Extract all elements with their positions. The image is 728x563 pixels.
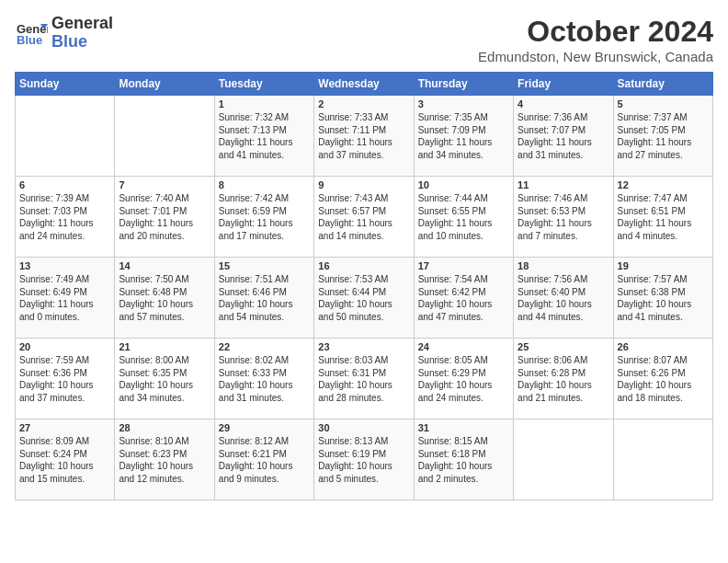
- calendar-cell: 26Sunrise: 8:07 AM Sunset: 6:26 PM Dayli…: [613, 339, 712, 419]
- calendar-cell: [613, 419, 712, 500]
- day-info: Sunrise: 8:05 AM Sunset: 6:29 PM Dayligh…: [418, 354, 509, 404]
- col-header-monday: Monday: [115, 73, 214, 96]
- col-header-wednesday: Wednesday: [314, 73, 414, 96]
- calendar-table: SundayMondayTuesdayWednesdayThursdayFrid…: [15, 72, 713, 500]
- day-number: 3: [418, 98, 509, 109]
- title-block: October 2024 Edmundston, New Brunswick, …: [478, 15, 713, 64]
- day-number: 9: [318, 179, 409, 190]
- day-info: Sunrise: 7:40 AM Sunset: 7:01 PM Dayligh…: [119, 192, 210, 242]
- day-number: 1: [219, 98, 310, 109]
- calendar-cell: 15Sunrise: 7:51 AM Sunset: 6:46 PM Dayli…: [214, 258, 313, 339]
- calendar-cell: 21Sunrise: 8:00 AM Sunset: 6:35 PM Dayli…: [115, 339, 214, 419]
- calendar-cell: 27Sunrise: 8:09 AM Sunset: 6:24 PM Dayli…: [16, 419, 115, 500]
- day-info: Sunrise: 8:00 AM Sunset: 6:35 PM Dayligh…: [119, 354, 210, 404]
- day-number: 30: [318, 422, 409, 433]
- calendar-cell: 10Sunrise: 7:44 AM Sunset: 6:55 PM Dayli…: [414, 177, 513, 258]
- day-number: 5: [618, 98, 709, 109]
- day-info: Sunrise: 7:42 AM Sunset: 6:59 PM Dayligh…: [219, 192, 310, 242]
- calendar-cell: 30Sunrise: 8:13 AM Sunset: 6:19 PM Dayli…: [314, 419, 414, 500]
- calendar-cell: 7Sunrise: 7:40 AM Sunset: 7:01 PM Daylig…: [115, 177, 214, 258]
- calendar-cell: [514, 419, 613, 500]
- day-info: Sunrise: 8:10 AM Sunset: 6:23 PM Dayligh…: [119, 435, 210, 485]
- calendar-cell: 6Sunrise: 7:39 AM Sunset: 7:03 PM Daylig…: [16, 177, 115, 258]
- day-number: 18: [518, 260, 609, 271]
- calendar-cell: [16, 96, 115, 177]
- day-number: 12: [618, 179, 709, 190]
- calendar-cell: 22Sunrise: 8:02 AM Sunset: 6:33 PM Dayli…: [214, 339, 313, 419]
- calendar-cell: 12Sunrise: 7:47 AM Sunset: 6:51 PM Dayli…: [613, 177, 712, 258]
- day-number: 6: [19, 179, 110, 190]
- col-header-friday: Friday: [514, 73, 613, 96]
- day-number: 25: [518, 341, 609, 352]
- day-info: Sunrise: 7:37 AM Sunset: 7:05 PM Dayligh…: [618, 111, 709, 161]
- day-info: Sunrise: 8:07 AM Sunset: 6:26 PM Dayligh…: [618, 354, 709, 404]
- calendar-cell: 2Sunrise: 7:33 AM Sunset: 7:11 PM Daylig…: [314, 96, 414, 177]
- day-info: Sunrise: 8:09 AM Sunset: 6:24 PM Dayligh…: [19, 435, 110, 485]
- day-info: Sunrise: 7:36 AM Sunset: 7:07 PM Dayligh…: [518, 111, 609, 161]
- day-number: 13: [19, 260, 110, 271]
- day-number: 27: [19, 422, 110, 433]
- svg-text:Blue: Blue: [17, 33, 42, 47]
- day-number: 21: [119, 341, 210, 352]
- day-number: 29: [219, 422, 310, 433]
- day-info: Sunrise: 8:12 AM Sunset: 6:21 PM Dayligh…: [219, 435, 310, 485]
- calendar-cell: 17Sunrise: 7:54 AM Sunset: 6:42 PM Dayli…: [414, 258, 513, 339]
- day-info: Sunrise: 7:32 AM Sunset: 7:13 PM Dayligh…: [219, 111, 310, 161]
- day-number: 26: [618, 341, 709, 352]
- day-info: Sunrise: 7:46 AM Sunset: 6:53 PM Dayligh…: [518, 192, 609, 242]
- calendar-cell: 19Sunrise: 7:57 AM Sunset: 6:38 PM Dayli…: [613, 258, 712, 339]
- calendar-cell: 18Sunrise: 7:56 AM Sunset: 6:40 PM Dayli…: [514, 258, 613, 339]
- day-info: Sunrise: 7:49 AM Sunset: 6:49 PM Dayligh…: [19, 273, 110, 323]
- calendar-cell: 9Sunrise: 7:43 AM Sunset: 6:57 PM Daylig…: [314, 177, 414, 258]
- calendar-cell: 8Sunrise: 7:42 AM Sunset: 6:59 PM Daylig…: [214, 177, 313, 258]
- col-header-tuesday: Tuesday: [214, 73, 313, 96]
- calendar-cell: 1Sunrise: 7:32 AM Sunset: 7:13 PM Daylig…: [214, 96, 313, 177]
- col-header-saturday: Saturday: [613, 73, 712, 96]
- day-number: 7: [119, 179, 210, 190]
- day-number: 15: [219, 260, 310, 271]
- day-info: Sunrise: 8:06 AM Sunset: 6:28 PM Dayligh…: [518, 354, 609, 404]
- day-number: 23: [318, 341, 409, 352]
- calendar-cell: 13Sunrise: 7:49 AM Sunset: 6:49 PM Dayli…: [16, 258, 115, 339]
- calendar-cell: [115, 96, 214, 177]
- month-title: October 2024: [478, 15, 713, 49]
- day-number: 24: [418, 341, 509, 352]
- day-info: Sunrise: 8:03 AM Sunset: 6:31 PM Dayligh…: [318, 354, 409, 404]
- day-info: Sunrise: 7:53 AM Sunset: 6:44 PM Dayligh…: [318, 273, 409, 323]
- day-number: 22: [219, 341, 310, 352]
- calendar-cell: 4Sunrise: 7:36 AM Sunset: 7:07 PM Daylig…: [514, 96, 613, 177]
- calendar-cell: 31Sunrise: 8:15 AM Sunset: 6:18 PM Dayli…: [414, 419, 513, 500]
- calendar-cell: 29Sunrise: 8:12 AM Sunset: 6:21 PM Dayli…: [214, 419, 313, 500]
- day-number: 2: [318, 98, 409, 109]
- day-info: Sunrise: 7:57 AM Sunset: 6:38 PM Dayligh…: [618, 273, 709, 323]
- day-number: 4: [518, 98, 609, 109]
- day-info: Sunrise: 7:56 AM Sunset: 6:40 PM Dayligh…: [518, 273, 609, 323]
- location-subtitle: Edmundston, New Brunswick, Canada: [478, 49, 713, 64]
- calendar-cell: 14Sunrise: 7:50 AM Sunset: 6:48 PM Dayli…: [115, 258, 214, 339]
- calendar-cell: 23Sunrise: 8:03 AM Sunset: 6:31 PM Dayli…: [314, 339, 414, 419]
- calendar-cell: 25Sunrise: 8:06 AM Sunset: 6:28 PM Dayli…: [514, 339, 613, 419]
- calendar-cell: 16Sunrise: 7:53 AM Sunset: 6:44 PM Dayli…: [314, 258, 414, 339]
- day-number: 31: [418, 422, 509, 433]
- col-header-sunday: Sunday: [16, 73, 115, 96]
- day-info: Sunrise: 7:44 AM Sunset: 6:55 PM Dayligh…: [418, 192, 509, 242]
- day-number: 16: [318, 260, 409, 271]
- day-info: Sunrise: 7:33 AM Sunset: 7:11 PM Dayligh…: [318, 111, 409, 161]
- day-number: 10: [418, 179, 509, 190]
- day-number: 14: [119, 260, 210, 271]
- calendar-cell: 20Sunrise: 7:59 AM Sunset: 6:36 PM Dayli…: [16, 339, 115, 419]
- day-info: Sunrise: 8:13 AM Sunset: 6:19 PM Dayligh…: [318, 435, 409, 485]
- day-info: Sunrise: 7:35 AM Sunset: 7:09 PM Dayligh…: [418, 111, 509, 161]
- day-number: 19: [618, 260, 709, 271]
- day-number: 11: [518, 179, 609, 190]
- day-info: Sunrise: 7:43 AM Sunset: 6:57 PM Dayligh…: [318, 192, 409, 242]
- day-info: Sunrise: 8:02 AM Sunset: 6:33 PM Dayligh…: [219, 354, 310, 404]
- day-info: Sunrise: 7:39 AM Sunset: 7:03 PM Dayligh…: [19, 192, 110, 242]
- day-info: Sunrise: 7:59 AM Sunset: 6:36 PM Dayligh…: [19, 354, 110, 404]
- day-info: Sunrise: 7:51 AM Sunset: 6:46 PM Dayligh…: [219, 273, 310, 323]
- col-header-thursday: Thursday: [414, 73, 513, 96]
- calendar-cell: 11Sunrise: 7:46 AM Sunset: 6:53 PM Dayli…: [514, 177, 613, 258]
- day-info: Sunrise: 8:15 AM Sunset: 6:18 PM Dayligh…: [418, 435, 509, 485]
- day-number: 17: [418, 260, 509, 271]
- logo: General Blue General Blue: [15, 15, 113, 52]
